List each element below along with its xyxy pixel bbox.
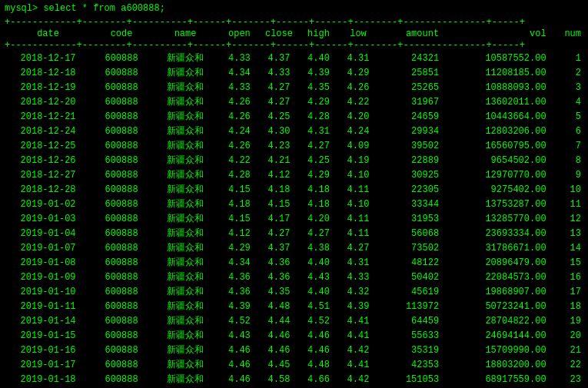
col-separator: | <box>441 357 442 372</box>
table-cell: 4.38 <box>299 240 337 255</box>
col-separator: | <box>298 372 299 386</box>
col-separator: | <box>91 313 92 328</box>
table-cell: 2019-01-10 <box>5 284 91 299</box>
header-vol: vol <box>442 28 548 40</box>
table-cell: 4.26 <box>220 109 258 124</box>
col-separator: | <box>377 167 378 182</box>
col-separator: | <box>298 226 299 240</box>
col-separator: | <box>377 270 378 284</box>
col-separator: | <box>549 109 550 124</box>
col-separator: | <box>377 284 378 299</box>
table-cell: 30925 <box>378 167 441 182</box>
header-date: date <box>5 28 91 40</box>
table-cell: 6 <box>550 124 583 138</box>
table-cell: 39502 <box>378 138 441 153</box>
table-cell: 4.22 <box>220 153 258 167</box>
col-separator: | <box>549 240 550 255</box>
table-row: 2019-01-09|600888|新疆众和|4.36|4.36|4.43|4.… <box>5 270 583 284</box>
table-cell: 13 <box>550 226 583 240</box>
col-separator: | <box>338 343 339 357</box>
table-cell: 4.44 <box>260 313 298 328</box>
table-cell: 新疆众和 <box>151 372 219 386</box>
col-separator: | <box>298 65 299 80</box>
col-separator: | <box>441 182 442 197</box>
table-cell: 新疆众和 <box>151 109 219 124</box>
col-separator: | <box>338 357 339 372</box>
table-cell: 25851 <box>378 65 441 80</box>
col-separator: | <box>91 299 92 313</box>
table-cell: 4.18 <box>260 182 298 197</box>
table-cell: 600888 <box>92 240 150 255</box>
table-cell: 31786671.00 <box>442 240 548 255</box>
data-rows-table: 2018-12-17|600888|新疆众和|4.33|4.37|4.40|4.… <box>5 51 583 388</box>
table-row: 2019-01-03|600888|新疆众和|4.15|4.17|4.20|4.… <box>5 211 583 226</box>
col-separator: | <box>338 197 339 211</box>
header-low: low <box>339 28 377 40</box>
header-name: name <box>151 28 219 40</box>
table-cell: 22084573.00 <box>442 270 548 284</box>
col-separator: | <box>219 284 220 299</box>
col-separator: | <box>219 182 220 197</box>
table-cell: 4.20 <box>339 109 377 124</box>
col-separator: | <box>259 343 260 357</box>
table-cell: 4.27 <box>260 95 298 109</box>
table-cell: 68917559.00 <box>442 372 548 386</box>
table-cell: 新疆众和 <box>151 65 219 80</box>
table-cell: 3 <box>550 80 583 95</box>
table-cell: 4.27 <box>299 138 337 153</box>
col-separator: | <box>151 357 151 372</box>
col-separator: | <box>219 240 220 255</box>
col-separator: | <box>377 138 378 153</box>
table-cell: 4.33 <box>260 65 298 80</box>
table-cell: 4.46 <box>220 357 258 372</box>
col-separator: | <box>219 95 220 109</box>
table-cell: 600888 <box>92 182 150 197</box>
table-cell: 4.46 <box>299 328 337 343</box>
table-cell: 新疆众和 <box>151 270 219 284</box>
col-separator: | <box>151 182 151 197</box>
table-cell: 4.25 <box>299 153 337 167</box>
table-cell: 7 <box>550 138 583 153</box>
table-cell: 2019-01-18 <box>5 372 91 386</box>
table-cell: 600888 <box>92 299 150 313</box>
col-separator: | <box>219 65 220 80</box>
col-separator: | <box>259 65 260 80</box>
table-cell: 4.32 <box>339 284 377 299</box>
col-separator: | <box>219 197 220 211</box>
col-separator: | <box>151 65 151 80</box>
col-separator: | <box>298 138 299 153</box>
table-cell: 4.46 <box>220 372 258 386</box>
col-separator: | <box>549 197 550 211</box>
table-row: 2019-01-11|600888|新疆众和|4.39|4.48|4.51|4.… <box>5 299 583 313</box>
table-cell: 4.42 <box>339 372 377 386</box>
col-separator: | <box>151 328 151 343</box>
table-cell: 4 <box>550 95 583 109</box>
col-separator: | <box>298 299 299 313</box>
table-row: 2019-01-15|600888|新疆众和|4.43|4.46|4.46|4.… <box>5 328 583 343</box>
table-cell: 新疆众和 <box>151 226 219 240</box>
table-cell: 4.11 <box>339 211 377 226</box>
table-row: 2018-12-19|600888|新疆众和|4.33|4.27|4.35|4.… <box>5 80 583 95</box>
col-separator: | <box>151 109 151 124</box>
table-cell: 4.41 <box>339 313 377 328</box>
table-cell: 新疆众和 <box>151 138 219 153</box>
table-cell: 600888 <box>92 328 150 343</box>
col-separator: | <box>298 167 299 182</box>
table-cell: 新疆众和 <box>151 299 219 313</box>
col-separator: | <box>377 328 378 343</box>
col-separator: | <box>377 95 378 109</box>
col-separator: | <box>338 153 339 167</box>
table-cell: 4.31 <box>299 124 337 138</box>
col-separator: | <box>219 313 220 328</box>
table-cell: 9 <box>550 167 583 182</box>
col-separator: | <box>377 124 378 138</box>
table-row: 2019-01-16|600888|新疆众和|4.46|4.46|4.46|4.… <box>5 343 583 357</box>
table-cell: 4.48 <box>299 357 337 372</box>
table-body: 2018-12-17|600888|新疆众和|4.33|4.37|4.40|4.… <box>5 51 583 388</box>
col-separator: | <box>151 299 151 313</box>
table-cell: 2019-01-15 <box>5 328 91 343</box>
col-separator: | <box>259 95 260 109</box>
col-separator: | <box>219 226 220 240</box>
table-cell: 73502 <box>378 240 441 255</box>
table-cell: 新疆众和 <box>151 240 219 255</box>
